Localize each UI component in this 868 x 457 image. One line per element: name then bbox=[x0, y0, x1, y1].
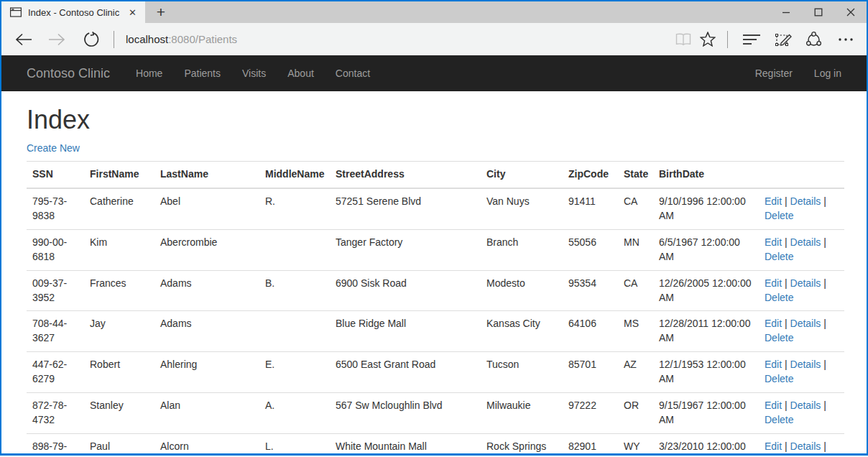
cell-ssn: 447-62-6279 bbox=[27, 352, 84, 393]
cell-middlename: A. bbox=[259, 393, 330, 434]
favorites-star-icon[interactable] bbox=[696, 27, 720, 52]
column-header: StreetAddress bbox=[330, 161, 481, 188]
nav-item: Register bbox=[744, 55, 803, 91]
nav-link-home[interactable]: Home bbox=[125, 55, 173, 91]
column-header: City bbox=[481, 161, 563, 188]
details-link[interactable]: Details bbox=[790, 277, 821, 289]
cell-firstname: Kim bbox=[84, 229, 154, 270]
cell-lastname: Alcorn bbox=[154, 434, 259, 453]
maximize-button[interactable] bbox=[802, 1, 834, 23]
tab-close-icon[interactable]: ✕ bbox=[124, 6, 141, 19]
cell-actions: Edit | Details | Delete bbox=[759, 311, 844, 352]
nav-right-links: RegisterLog in bbox=[744, 55, 852, 91]
title-bar-drag-area bbox=[177, 1, 770, 23]
nav-link-contact[interactable]: Contact bbox=[325, 55, 381, 91]
cell-zipcode: 55056 bbox=[563, 229, 618, 270]
cell-lastname: Adams bbox=[154, 270, 259, 311]
cell-city: Modesto bbox=[481, 270, 563, 311]
more-actions-icon[interactable] bbox=[834, 27, 858, 52]
details-link[interactable]: Details bbox=[790, 440, 821, 452]
forward-button[interactable] bbox=[45, 27, 69, 52]
nav-link-patients[interactable]: Patients bbox=[173, 55, 231, 91]
minimize-button[interactable] bbox=[770, 1, 802, 23]
page-title: Index bbox=[27, 106, 841, 134]
details-link[interactable]: Details bbox=[790, 236, 821, 248]
create-new-link[interactable]: Create New bbox=[27, 142, 80, 154]
nav-item: About bbox=[277, 55, 325, 91]
action-separator: | bbox=[785, 400, 788, 411]
toolbar-right-group bbox=[671, 27, 858, 52]
details-link[interactable]: Details bbox=[790, 318, 821, 329]
cell-zipcode: 95354 bbox=[563, 270, 618, 311]
action-separator: | bbox=[823, 195, 826, 207]
cell-state: CA bbox=[618, 188, 653, 229]
cell-ssn: 898-79-8701 bbox=[27, 434, 84, 453]
new-tab-button[interactable]: + bbox=[145, 1, 177, 23]
nav-link-visits[interactable]: Visits bbox=[231, 55, 277, 91]
edit-link[interactable]: Edit bbox=[765, 440, 782, 452]
toolbar-divider bbox=[114, 31, 114, 48]
cell-city: Van Nuys bbox=[481, 188, 563, 229]
details-link[interactable]: Details bbox=[790, 400, 821, 411]
cell-streetaddress: Blue Ridge Mall bbox=[330, 311, 481, 352]
page-icon bbox=[10, 7, 22, 17]
edit-link[interactable]: Edit bbox=[765, 236, 782, 248]
nav-link-about[interactable]: About bbox=[277, 55, 325, 91]
close-button[interactable] bbox=[834, 1, 867, 23]
column-header: SSN bbox=[27, 161, 84, 188]
cell-birthdate: 12/26/2005 12:00:00 AM bbox=[653, 270, 759, 311]
cell-actions: Edit | Details | Delete bbox=[759, 352, 844, 393]
details-link[interactable]: Details bbox=[790, 359, 821, 370]
nav-link-log-in[interactable]: Log in bbox=[803, 55, 852, 91]
action-separator: | bbox=[823, 440, 826, 452]
delete-link[interactable]: Delete bbox=[765, 414, 793, 425]
reading-view-icon[interactable] bbox=[671, 27, 696, 52]
column-header: LastName bbox=[154, 161, 259, 188]
edit-link[interactable]: Edit bbox=[765, 318, 782, 329]
cell-lastname: Abel bbox=[154, 188, 259, 229]
cell-firstname: Stanley bbox=[84, 393, 154, 434]
edit-link[interactable]: Edit bbox=[765, 277, 782, 289]
cell-city: Branch bbox=[481, 229, 563, 270]
brand-link[interactable]: Contoso Clinic bbox=[27, 66, 110, 81]
page-content: Index Create New SSNFirstNameLastNameMid… bbox=[1, 91, 867, 453]
table-row: 990-00-6818 Kim Abercrombie Tanger Facto… bbox=[27, 229, 844, 270]
refresh-button[interactable] bbox=[79, 27, 103, 52]
cell-middlename: E. bbox=[259, 352, 330, 393]
delete-link[interactable]: Delete bbox=[765, 332, 793, 343]
action-separator: | bbox=[823, 236, 826, 248]
nav-link-register[interactable]: Register bbox=[744, 55, 803, 91]
tab-strip: Index - Contoso Clinic ✕ + bbox=[1, 1, 867, 23]
cell-zipcode: 91411 bbox=[563, 188, 618, 229]
share-icon[interactable] bbox=[801, 27, 826, 52]
action-separator: | bbox=[823, 277, 826, 289]
table-row: 009-37-3952 Frances Adams B. 6900 Sisk R… bbox=[27, 270, 844, 311]
hub-icon[interactable] bbox=[739, 27, 764, 52]
cell-firstname: Frances bbox=[84, 270, 154, 311]
cell-actions: Edit | Details | Delete bbox=[759, 434, 844, 453]
delete-link[interactable]: Delete bbox=[765, 373, 793, 384]
delete-link[interactable]: Delete bbox=[765, 251, 793, 262]
delete-link[interactable]: Delete bbox=[765, 292, 793, 303]
edit-link[interactable]: Edit bbox=[765, 400, 782, 411]
table-header-row: SSNFirstNameLastNameMiddleNameStreetAddr… bbox=[27, 161, 844, 188]
cell-firstname: Paul bbox=[84, 434, 154, 453]
cell-actions: Edit | Details | Delete bbox=[759, 188, 844, 229]
cell-birthdate: 6/5/1967 12:00:00 AM bbox=[653, 229, 759, 270]
cell-streetaddress: 57251 Serene Blvd bbox=[330, 188, 481, 229]
back-button[interactable] bbox=[11, 27, 36, 52]
web-note-icon[interactable] bbox=[772, 27, 796, 52]
cell-streetaddress: Tanger Factory bbox=[330, 229, 481, 270]
browser-tab[interactable]: Index - Contoso Clinic ✕ bbox=[1, 1, 145, 23]
address-bar[interactable]: localhost:8080/Patients bbox=[120, 33, 671, 45]
cell-state: MS bbox=[618, 311, 653, 352]
edit-link[interactable]: Edit bbox=[765, 359, 782, 370]
cell-city: Rock Springs bbox=[481, 434, 563, 453]
tab-title: Index - Contoso Clinic bbox=[28, 7, 124, 18]
column-header: State bbox=[618, 161, 653, 188]
table-row: 795-73-9838 Catherine Abel R. 57251 Sere… bbox=[27, 188, 844, 229]
url-host: localhost bbox=[126, 33, 168, 45]
edit-link[interactable]: Edit bbox=[765, 195, 782, 207]
details-link[interactable]: Details bbox=[790, 195, 821, 207]
delete-link[interactable]: Delete bbox=[765, 210, 793, 221]
